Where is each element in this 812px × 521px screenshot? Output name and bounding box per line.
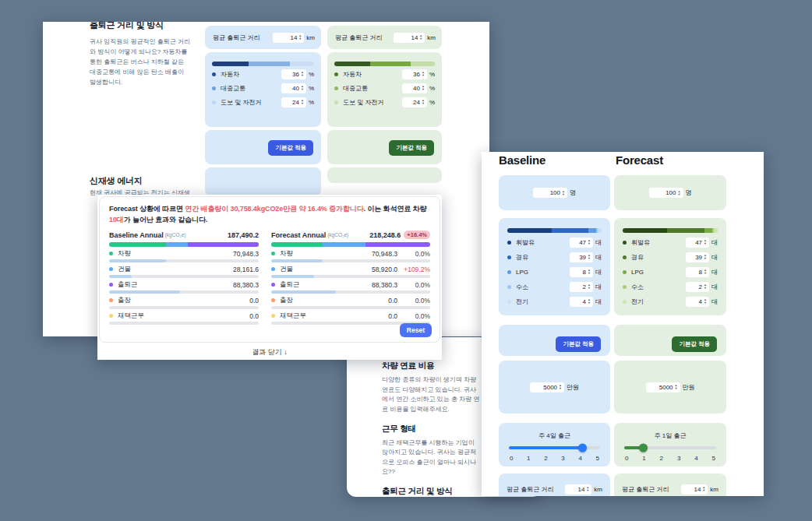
distance-input[interactable]: 14 ▲▼ [681, 484, 708, 495]
spinner-control[interactable]: ▲▼ [588, 298, 591, 305]
vehicle-count-input[interactable]: 4 ▲▼ [570, 297, 593, 307]
spinner-control[interactable]: ▲▼ [704, 254, 707, 260]
slider-thumb[interactable] [578, 444, 587, 452]
category-progress [109, 290, 259, 294]
employees-input[interactable]: 100 ▲▼ [649, 188, 683, 198]
spinner-control[interactable]: ▲▼ [301, 85, 304, 91]
fuel-cost-input[interactable]: 5000 ▲▼ [530, 382, 564, 393]
apply-defaults-button[interactable]: 기본값 적용 [389, 140, 434, 156]
mode-pct-input[interactable]: 40 ▲▼ [281, 83, 306, 93]
vehicle-count-input[interactable]: 2 ▲▼ [570, 282, 593, 292]
vehicle-count-input[interactable]: 39 ▲▼ [686, 252, 709, 262]
mode-row-walk-bike: 도보 및 자전거 24 ▲▼ % [212, 96, 314, 108]
mode-distribution-bar [212, 62, 314, 66]
spinner-control[interactable]: ▲▼ [702, 486, 705, 492]
mode-pct-input[interactable]: 24 ▲▼ [281, 97, 306, 107]
reset-button[interactable]: Reset [400, 323, 432, 337]
spinner-control[interactable]: ▲▼ [704, 239, 707, 245]
vehicle-dot [623, 285, 627, 289]
vehicle-count-input[interactable]: 8 ▲▼ [570, 267, 593, 277]
vehicle-count-input[interactable]: 39 ▲▼ [570, 252, 593, 262]
spinner-control[interactable]: ▲▼ [298, 34, 302, 40]
employees-card: 100 ▲▼ 명 [499, 175, 610, 210]
spinner-control[interactable]: ▲▼ [675, 384, 678, 390]
spinner-control[interactable]: ▲▼ [588, 239, 591, 245]
mode-pct-input[interactable]: 40 ▲▼ [402, 83, 427, 93]
spinner-control[interactable]: ▲▼ [422, 85, 425, 91]
slider-thumb[interactable] [639, 444, 648, 452]
vehicle-count-input[interactable]: 47 ▲▼ [686, 238, 709, 248]
work-days-slider[interactable] [624, 446, 716, 449]
distance-label: 평균 출퇴근 거리 [335, 33, 394, 42]
spinner-control[interactable]: ▲▼ [301, 71, 304, 77]
apply-defaults-button[interactable]: 기본값 적용 [556, 336, 601, 352]
spinner-control[interactable]: ▲▼ [586, 486, 589, 492]
vehicle-count-input[interactable]: 2 ▲▼ [686, 282, 709, 292]
mode-dot [334, 86, 338, 90]
fuel-cost-input[interactable]: 5000 ▲▼ [646, 382, 680, 393]
result-row-business-trip: 출장 0.0 0.0% [271, 297, 430, 305]
spinner-control[interactable]: ▲▼ [422, 99, 425, 105]
mode-pct-input[interactable]: 36 ▲▼ [281, 69, 306, 79]
result-row-building: 건물 58,920.0 +109.2% [271, 266, 430, 273]
apply-defaults-card: 기본값 적용 [614, 325, 726, 356]
spinner-control[interactable]: ▲▼ [678, 190, 681, 196]
result-row-vehicle: 차량 70,948.3 [109, 250, 259, 258]
spinner-control[interactable]: ▲▼ [704, 298, 707, 305]
results-headline: Forecast 상황에 따르면 연간 배출량이 30,758.4kgCO2e만… [109, 204, 430, 226]
employees-card: 100 ▲▼ 명 [614, 175, 726, 210]
mode-dot [334, 72, 338, 76]
spinner-control[interactable]: ▲▼ [588, 254, 591, 260]
vehicle-count-input[interactable]: 4 ▲▼ [686, 297, 709, 307]
spinner-down-icon: ▼ [588, 242, 591, 245]
result-row-building: 건물 28,161.6 [109, 266, 259, 273]
mode-row-transit: 대중교통 40 ▲▼ % [212, 82, 314, 94]
spinner-control[interactable]: ▲▼ [704, 283, 707, 290]
spinner-control[interactable]: ▲▼ [559, 384, 562, 390]
category-dot [271, 314, 275, 318]
category-dot [109, 314, 113, 318]
mode-pct-input[interactable]: 24 ▲▼ [402, 97, 427, 107]
fuel-cost-card: 5000 ▲▼ 만원 [614, 361, 726, 414]
spinner-control[interactable]: ▲▼ [301, 99, 304, 105]
vehicle-count-input[interactable]: 8 ▲▼ [686, 267, 709, 277]
vehicles-card: 휘발유 47 ▲▼ 대 경유 39 ▲▼ 대 [614, 218, 726, 315]
commute-section-title: 출퇴근 거리 및 방식 [90, 22, 191, 31]
close-results-link[interactable]: 결과 닫기 ↓ [252, 348, 288, 356]
spinner-control[interactable]: ▲▼ [419, 34, 422, 40]
spinner-down-icon: ▼ [422, 102, 425, 105]
bar-segment [411, 62, 435, 66]
spinner-control[interactable]: ▲▼ [588, 283, 591, 290]
vehicle-dot [623, 300, 627, 304]
result-row-business-trip: 출장 0.0 [109, 297, 259, 305]
vehicle-dot [507, 270, 511, 274]
distance-unit: km [306, 34, 315, 41]
bar-segment [212, 62, 249, 66]
spinner-down-icon: ▼ [588, 257, 591, 260]
apply-defaults-button[interactable]: 기본값 적용 [268, 140, 313, 156]
mode-pct-input[interactable]: 36 ▲▼ [402, 69, 427, 79]
distance-input[interactable]: 14 ▲▼ [565, 484, 591, 495]
distance-input[interactable]: 14 ▲▼ [273, 33, 304, 43]
vehicle-row-lpg: LPG 8 ▲▼ 대 [507, 266, 602, 277]
forecast-emissions-bar [271, 242, 430, 247]
spinner-control[interactable]: ▲▼ [422, 71, 425, 77]
scenario-baseline-column: 100 ▲▼ 명 휘발유 47 [499, 152, 610, 496]
spinner-down-icon: ▼ [301, 74, 304, 77]
spinner-control[interactable]: ▲▼ [704, 269, 707, 275]
spinner-control[interactable]: ▲▼ [562, 190, 565, 196]
employees-input[interactable]: 100 ▲▼ [533, 188, 567, 198]
forecast-results-column: Forecast Annual (kgCO₂e) 218,248.6 +16.4… [271, 231, 430, 325]
vehicle-count-input[interactable]: 47 ▲▼ [570, 238, 593, 248]
spinner-down-icon: ▼ [419, 37, 422, 40]
vehicle-row-hydrogen: 수소 2 ▲▼ 대 [623, 281, 718, 292]
forecast-total-value: 218,248.6 [369, 231, 401, 239]
change-percent: 0.0% [397, 250, 430, 258]
distance-input[interactable]: 14 ▲▼ [394, 33, 425, 43]
apply-defaults-button[interactable]: 기본값 적용 [672, 336, 717, 352]
work-days-card: 주 1일 출근 012345 [614, 423, 726, 466]
spinner-control[interactable]: ▲▼ [588, 269, 591, 275]
category-progress [271, 290, 430, 294]
distance-unit: km [427, 34, 436, 41]
work-days-slider[interactable] [509, 446, 600, 449]
